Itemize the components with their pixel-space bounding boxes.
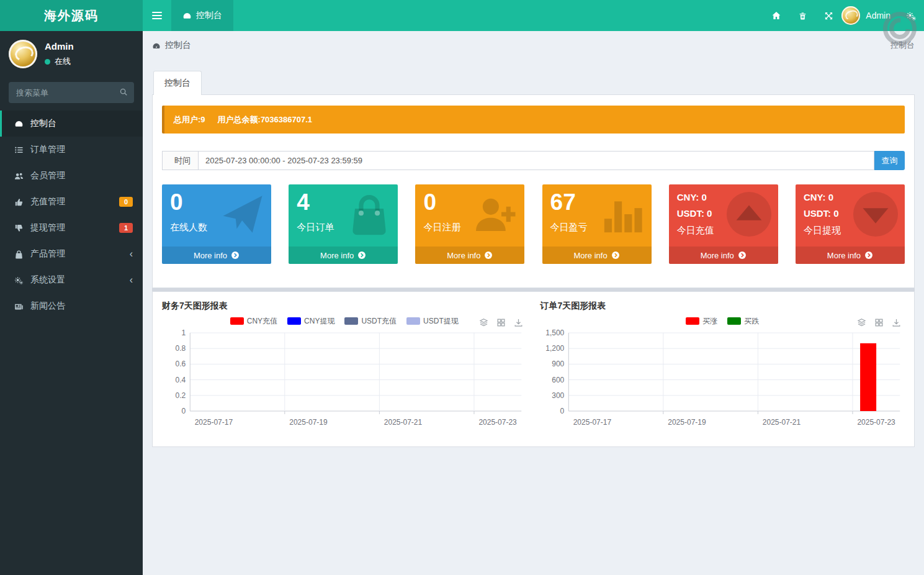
search-input[interactable]: [9, 82, 134, 103]
expand-icon: [824, 11, 833, 20]
legend-label: USDT充值: [361, 316, 397, 327]
sidebar-item-3[interactable]: 充值管理0: [0, 189, 143, 215]
navbar-right-group: Admin: [763, 0, 924, 31]
sidebar-item-0[interactable]: 控制台: [0, 111, 143, 137]
home-icon: [771, 11, 781, 21]
content-area: 控制台 控制台 控制台 总用户:9 用户总余额:7036386707.1 时间 …: [143, 31, 924, 575]
toolbox-download-button[interactable]: [892, 317, 901, 327]
legend-swatch: [344, 317, 358, 325]
fullscreen-button[interactable]: [815, 0, 841, 31]
app-logo[interactable]: 海外源码: [0, 0, 143, 31]
query-button[interactable]: 查询: [874, 151, 905, 170]
chart-panel-0: 财务7天图形报表CNY充值CNY提现USDT充值USDT提现10.80.60.4…: [162, 301, 527, 437]
svg-text:300: 300: [552, 391, 564, 400]
legend-item[interactable]: CNY充值: [230, 316, 277, 327]
legend-item[interactable]: CNY提现: [287, 316, 334, 327]
more-info-link[interactable]: More info: [542, 247, 652, 264]
tiled-icon: [874, 318, 884, 327]
legend-swatch: [287, 317, 301, 325]
toolbox-tiled-button[interactable]: [496, 317, 506, 327]
breadcrumb: 控制台 控制台: [143, 31, 924, 59]
user-avatar[interactable]: [841, 6, 860, 25]
more-info-link[interactable]: More info: [162, 247, 271, 264]
sidebar-item-label: 充值管理: [30, 196, 65, 207]
toolbox-stack-button[interactable]: [479, 317, 488, 327]
sidebar-user-name: Admin: [45, 41, 74, 52]
legend-item[interactable]: 买跌: [727, 316, 759, 327]
sidebar-item-4[interactable]: 提现管理1: [0, 215, 143, 241]
dashboard-card: 总用户:9 用户总余额:7036386707.1 时间 查询 0在线人数More…: [152, 94, 915, 288]
more-info-link[interactable]: More info: [415, 247, 524, 264]
info-box-5: CNY: 0USDT: 0今日提现More info: [796, 184, 905, 264]
tiled-icon: [496, 318, 506, 327]
gauge-icon: [182, 11, 192, 21]
sidebar-item-2[interactable]: 会员管理: [0, 163, 143, 189]
hand-up-icon: [14, 197, 24, 207]
toolbox-stack-button[interactable]: [857, 317, 866, 327]
sidebar-item-6[interactable]: 系统设置‹: [0, 267, 143, 293]
arrow-circle-right-icon: [231, 251, 240, 260]
more-info-label: More info: [447, 251, 480, 260]
sidebar-item-label: 产品管理: [30, 248, 65, 260]
shopping-bag-icon: [347, 192, 392, 237]
stack-icon: [857, 318, 866, 327]
trash-icon: [798, 11, 807, 20]
sidebar-avatar[interactable]: [9, 40, 37, 68]
tab-dashboard[interactable]: 控制台: [153, 71, 202, 95]
time-range-input[interactable]: [198, 151, 874, 170]
sidebar-badge: 0: [119, 197, 133, 207]
caret-up-circle-icon: [725, 190, 773, 238]
more-info-label: More info: [320, 251, 354, 260]
legend-swatch: [230, 317, 244, 325]
arrow-circle-right-icon: [738, 251, 747, 260]
settings-button[interactable]: [898, 0, 924, 31]
tab-strip: 控制台: [152, 71, 915, 95]
svg-text:0.2: 0.2: [176, 391, 186, 400]
info-box-row: 0在线人数More info4今日订单More info0今日注册More in…: [162, 184, 905, 264]
legend-item[interactable]: 买涨: [686, 316, 717, 327]
toolbox-download-button[interactable]: [514, 317, 523, 327]
svg-text:0: 0: [560, 407, 564, 415]
toolbox-tiled-button[interactable]: [874, 317, 884, 327]
arrow-circle-right-icon: [484, 251, 493, 260]
legend-swatch: [406, 317, 420, 325]
sidebar-toggle-button[interactable]: [143, 0, 171, 31]
breadcrumb-dashboard-link[interactable]: 控制台: [152, 40, 191, 51]
more-info-link[interactable]: More info: [289, 247, 398, 264]
home-button[interactable]: [763, 0, 789, 31]
search-icon: [119, 88, 128, 96]
navbar-tab-label: 控制台: [196, 10, 222, 21]
svg-text:2025-07-23: 2025-07-23: [857, 418, 895, 427]
legend-label: 买跌: [744, 316, 759, 327]
legend-item[interactable]: USDT充值: [344, 316, 397, 327]
chart-legend: CNY充值CNY提现USDT充值USDT提现: [162, 316, 527, 326]
sidebar-item-5[interactable]: 产品管理‹: [0, 241, 143, 267]
more-info-label: More info: [573, 251, 607, 260]
navbar-tab-dashboard[interactable]: 控制台: [171, 0, 233, 31]
trash-button[interactable]: [789, 0, 815, 31]
more-info-link[interactable]: More info: [669, 247, 778, 264]
user-menu[interactable]: Admin: [866, 11, 890, 20]
user-plus-icon: [473, 192, 518, 237]
svg-text:1,500: 1,500: [545, 328, 564, 337]
gears-icon: [906, 11, 917, 21]
sidebar-item-7[interactable]: 新闻公告: [0, 293, 143, 319]
sidebar-menu: 控制台订单管理会员管理充值管理0提现管理1产品管理‹系统设置‹新闻公告: [0, 111, 143, 319]
svg-text:0.8: 0.8: [176, 344, 186, 353]
sidebar-item-1[interactable]: 订单管理: [0, 137, 143, 163]
legend-swatch: [686, 317, 699, 325]
sidebar-item-label: 控制台: [30, 118, 56, 129]
legend-item[interactable]: USDT提现: [406, 316, 459, 327]
arrow-circle-right-icon: [357, 251, 366, 260]
info-box-4: CNY: 0USDT: 0今日充值More info: [669, 184, 778, 264]
info-box-body: 0在线人数: [162, 184, 271, 247]
users-icon: [14, 171, 24, 181]
chart-legend: 买涨买跌: [540, 316, 905, 326]
sidebar-item-label: 系统设置: [30, 274, 65, 286]
sidebar-item-label: 提现管理: [30, 222, 65, 233]
total-balance-label: 用户总余额:7036386707.1: [218, 114, 312, 125]
svg-text:2025-07-21: 2025-07-21: [384, 418, 423, 427]
svg-text:2025-07-19: 2025-07-19: [289, 418, 328, 427]
more-info-link[interactable]: More info: [796, 247, 905, 264]
breadcrumb-right-label: 控制台: [890, 40, 915, 51]
